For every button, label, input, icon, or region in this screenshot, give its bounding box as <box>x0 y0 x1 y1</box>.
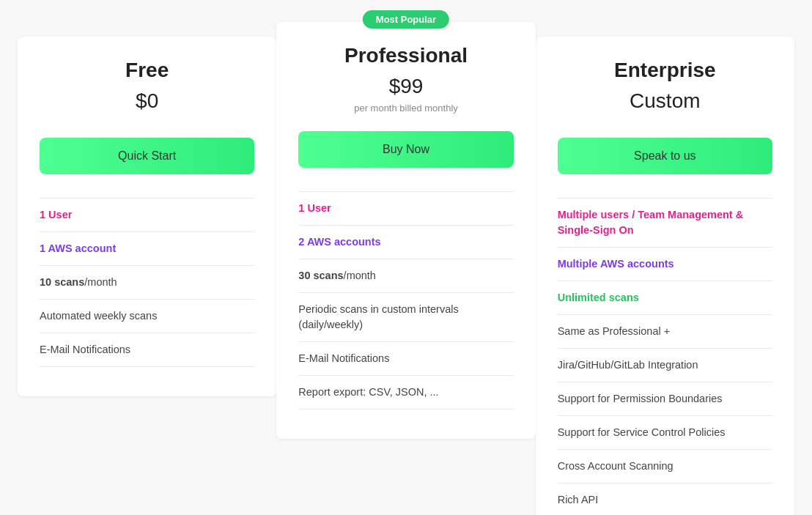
feature-item: 1 User <box>298 191 513 226</box>
plan-name-professional: Professional <box>298 44 513 67</box>
plan-price-sub-professional: per month billed monthly <box>298 103 513 114</box>
most-popular-badge: Most Popular <box>363 10 449 29</box>
feature-item: Automated weekly scans <box>40 300 254 333</box>
feature-text: Rich API <box>558 494 599 505</box>
feature-item: Multiple users / Team Management & Singl… <box>558 198 772 248</box>
feature-item: Support for Permission Boundaries <box>558 382 772 416</box>
feature-item: Rich API <box>558 483 772 515</box>
feature-text: 2 AWS accounts <box>298 236 380 248</box>
feature-item: Periodic scans in custom intervals (dail… <box>298 293 513 342</box>
feature-text: Multiple AWS accounts <box>558 258 674 270</box>
plan-name-enterprise: Enterprise <box>558 59 772 82</box>
features-list-enterprise: Multiple users / Team Management & Singl… <box>558 198 772 515</box>
feature-text: 10 scans/month <box>40 276 117 288</box>
feature-text: Report export: CSV, JSON, ... <box>298 386 438 398</box>
features-list-free: 1 User1 AWS account10 scans/monthAutomat… <box>40 198 254 367</box>
feature-text: 1 User <box>298 202 331 214</box>
feature-text: 1 AWS account <box>40 242 116 254</box>
feature-text: Unlimited scans <box>558 292 639 303</box>
feature-text: E-Mail Notifications <box>40 344 130 355</box>
feature-item: Support for Service Control Policies <box>558 416 772 450</box>
feature-item: 1 AWS account <box>40 232 254 266</box>
feature-text: Same as Professional + <box>558 325 671 337</box>
plan-price-professional: $99 <box>298 75 513 98</box>
plan-cta-free[interactable]: Quick Start <box>40 138 254 174</box>
plan-card-enterprise: EnterpriseCustomSpeak to usMultiple user… <box>536 37 794 515</box>
plan-name-free: Free <box>40 59 254 82</box>
feature-item: 2 AWS accounts <box>298 226 513 259</box>
feature-item: 30 scans/month <box>298 259 513 293</box>
feature-item: Cross Account Scanning <box>558 450 772 483</box>
feature-item: E-Mail Notifications <box>298 342 513 376</box>
feature-text: Multiple users / Team Management & Singl… <box>558 209 744 236</box>
feature-item: Same as Professional + <box>558 315 772 349</box>
feature-text: Support for Permission Boundaries <box>558 393 723 404</box>
feature-text: Cross Account Scanning <box>558 460 673 472</box>
feature-item: Multiple AWS accounts <box>558 248 772 281</box>
plan-price-free: $0 <box>40 89 254 113</box>
feature-item: Unlimited scans <box>558 281 772 315</box>
feature-item: 1 User <box>40 198 254 232</box>
feature-text: 1 User <box>40 209 72 221</box>
feature-item: Jira/GitHub/GitLab Integration <box>558 349 772 382</box>
feature-text: Support for Service Control Policies <box>558 426 726 438</box>
feature-item: E-Mail Notifications <box>40 333 254 367</box>
feature-text: Automated weekly scans <box>40 310 157 322</box>
feature-text: 30 scans/month <box>298 270 376 281</box>
plan-cta-professional[interactable]: Buy Now <box>298 131 513 168</box>
feature-text: Periodic scans in custom intervals (dail… <box>298 303 458 330</box>
plan-card-professional: Most PopularProfessional$99per month bil… <box>276 22 535 439</box>
feature-item: 10 scans/month <box>40 266 254 300</box>
plan-price-enterprise: Custom <box>558 89 772 113</box>
feature-item: Report export: CSV, JSON, ... <box>298 376 513 410</box>
feature-text: Jira/GitHub/GitLab Integration <box>558 359 698 371</box>
feature-text: E-Mail Notifications <box>298 352 389 364</box>
plan-cta-enterprise[interactable]: Speak to us <box>558 138 772 174</box>
pricing-container: Free$0Quick Start1 User1 AWS account10 s… <box>18 22 794 515</box>
plan-card-free: Free$0Quick Start1 User1 AWS account10 s… <box>18 37 276 396</box>
features-list-professional: 1 User2 AWS accounts30 scans/monthPeriod… <box>298 191 513 410</box>
